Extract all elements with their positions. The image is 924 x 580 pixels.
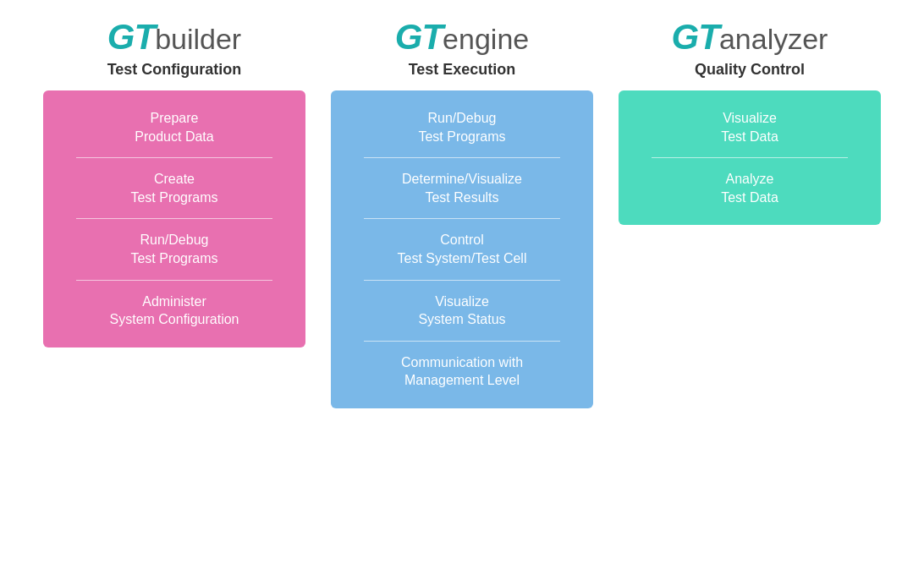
box-item-text-builder-1: CreateTest Programs [60, 170, 289, 206]
box-item-text-engine-1: Determine/VisualizeTest Results [348, 170, 576, 206]
brand-gt-engine: GT [395, 17, 443, 57]
box-item-analyzer-1: AnalyzeTest Data [619, 160, 881, 216]
box-item-text-analyzer-1: AnalyzeTest Data [635, 170, 864, 206]
box-item-analyzer-0: VisualizeTest Data [619, 99, 881, 156]
column-builder: GTbuilderTest ConfigurationPrepareProduc… [43, 17, 305, 347]
box-item-engine-3: VisualizeSystem Status [331, 282, 593, 339]
box-item-builder-2: Run/DebugTest Programs [43, 221, 305, 277]
box-item-text-builder-3: AdministerSystem Configuration [60, 293, 289, 329]
box-engine: Run/DebugTest ProgramsDetermine/Visualiz… [331, 90, 593, 408]
box-item-text-engine-4: Communication withManagement Level [348, 353, 576, 390]
divider-builder-2 [76, 218, 273, 219]
brand-name-builder: builder [155, 23, 241, 56]
divider-analyzer-1 [652, 157, 849, 158]
col-header-builder: GTbuilderTest Configuration [107, 17, 242, 79]
divider-builder-3 [76, 280, 273, 281]
box-item-builder-3: AdministerSystem Configuration [43, 282, 305, 339]
brand-title-engine: GTengine [395, 17, 529, 57]
divider-engine-3 [364, 280, 561, 281]
col-subtitle-engine: Test Execution [409, 61, 516, 79]
divider-engine-2 [364, 218, 561, 219]
box-item-engine-0: Run/DebugTest Programs [331, 99, 593, 156]
box-item-text-engine-0: Run/DebugTest Programs [348, 109, 576, 145]
box-item-text-builder-0: PrepareProduct Data [60, 109, 289, 145]
box-item-engine-4: Communication withManagement Level [331, 343, 593, 400]
brand-gt-builder: GT [107, 17, 155, 57]
box-item-builder-0: PrepareProduct Data [43, 99, 305, 156]
col-subtitle-builder: Test Configuration [107, 61, 242, 79]
box-item-text-engine-2: ControlTest System/Test Cell [348, 231, 576, 267]
box-analyzer: VisualizeTest DataAnalyzeTest Data [619, 90, 881, 225]
box-item-text-builder-2: Run/DebugTest Programs [60, 231, 289, 267]
page-container: GTbuilderTest ConfigurationPrepareProduc… [0, 0, 924, 580]
divider-engine-1 [364, 157, 561, 158]
divider-engine-4 [364, 341, 561, 342]
col-subtitle-analyzer: Quality Control [695, 61, 805, 79]
box-item-text-analyzer-0: VisualizeTest Data [635, 109, 864, 145]
brand-gt-analyzer: GT [672, 17, 719, 57]
brand-name-analyzer: analyzer [719, 23, 828, 56]
box-item-text-engine-3: VisualizeSystem Status [348, 293, 576, 329]
box-item-engine-1: Determine/VisualizeTest Results [331, 160, 593, 216]
box-item-engine-2: ControlTest System/Test Cell [331, 221, 593, 277]
col-header-engine: GTengineTest Execution [395, 17, 529, 79]
brand-name-engine: engine [443, 23, 529, 56]
column-analyzer: GTanalyzerQuality ControlVisualizeTest D… [619, 17, 881, 225]
columns-wrapper: GTbuilderTest ConfigurationPrepareProduc… [34, 17, 890, 408]
box-builder: PrepareProduct DataCreateTest ProgramsRu… [43, 90, 305, 347]
col-header-analyzer: GTanalyzerQuality Control [672, 17, 828, 79]
divider-builder-1 [76, 157, 273, 158]
box-item-builder-1: CreateTest Programs [43, 160, 305, 216]
brand-title-builder: GTbuilder [107, 17, 241, 57]
brand-title-analyzer: GTanalyzer [672, 17, 828, 57]
column-engine: GTengineTest ExecutionRun/DebugTest Prog… [331, 17, 593, 408]
